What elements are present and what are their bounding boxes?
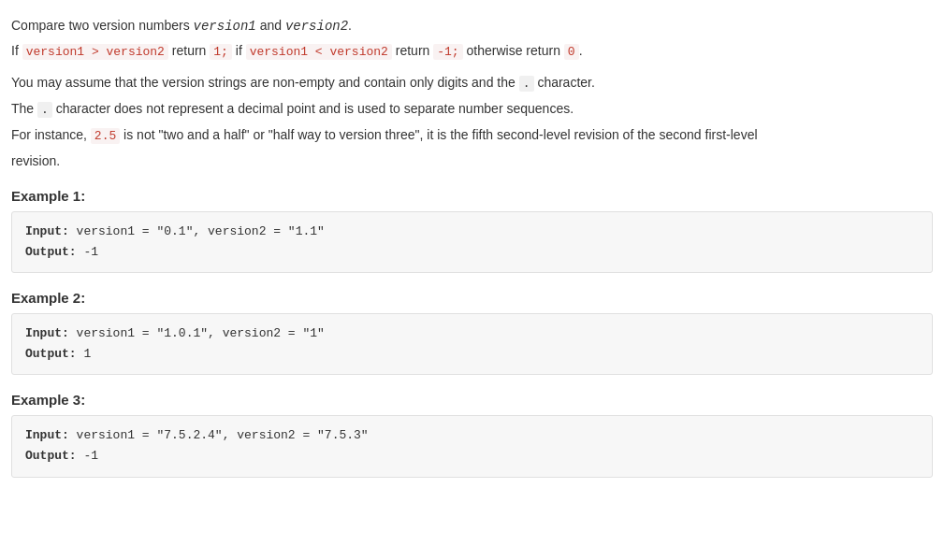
text-character: character. — [534, 75, 595, 90]
example-1-heading: Example 1: — [11, 188, 933, 204]
text-revision: revision. — [11, 153, 60, 168]
dot-code2: . — [37, 102, 52, 118]
cond2: version1 < version2 — [246, 44, 392, 60]
example-2-input-value: version1 = "1.0.1", version2 = "1" — [77, 326, 325, 340]
two-five: 2.5 — [91, 128, 120, 144]
text-instance: For instance, — [11, 127, 91, 142]
example-1-output-value: -1 — [83, 245, 98, 259]
val3: 0 — [564, 44, 579, 60]
example-3: Example 3:Input: version1 = "7.5.2.4", v… — [11, 392, 933, 477]
example-3-heading: Example 3: — [11, 392, 933, 408]
text-the: The — [11, 101, 37, 116]
example-1-output-line: Output: -1 — [25, 242, 919, 263]
text-period: . — [348, 18, 352, 33]
example-1-code-block: Input: version1 = "0.1", version2 = "1.1… — [11, 211, 933, 273]
val2: -1; — [433, 44, 462, 60]
text-if1: If — [11, 43, 22, 58]
description-line4: The . character does not represent a dec… — [11, 98, 933, 121]
description-line2: If version1 > version2 return 1; if vers… — [11, 40, 933, 63]
example-1-input-line: Input: version1 = "0.1", version2 = "1.1… — [25, 222, 919, 242]
description-line3: You may assume that the version strings … — [11, 72, 933, 94]
problem-description: Compare two version numbers version1 and… — [11, 15, 933, 171]
example-3-output-label: Output: — [25, 449, 83, 463]
example-3-output-value: -1 — [83, 449, 98, 463]
text-otherwise: otherwise return — [463, 43, 564, 58]
description-line5: For instance, 2.5 is not "two and a half… — [11, 124, 933, 147]
text-compare: Compare two version numbers — [11, 18, 194, 33]
dot-code: . — [519, 76, 534, 92]
example-2-input-line: Input: version1 = "1.0.1", version2 = "1… — [25, 323, 919, 344]
example-3-input-value: version1 = "7.5.2.4", version2 = "7.5.3" — [77, 428, 369, 442]
example-1: Example 1:Input: version1 = "0.1", versi… — [11, 188, 933, 273]
example-2-heading: Example 2: — [11, 290, 933, 306]
text-assume: You may assume that the version strings … — [11, 75, 519, 90]
example-3-input-line: Input: version1 = "7.5.2.4", version2 = … — [25, 425, 919, 446]
text-end: . — [579, 43, 583, 58]
example-2-output-label: Output: — [25, 347, 83, 361]
example-1-input-value: version1 = "0.1", version2 = "1.1" — [77, 224, 325, 238]
text-decimal: character does not represent a decimal p… — [52, 101, 574, 116]
text-and: and — [256, 18, 285, 33]
example-2-output-line: Output: 1 — [25, 344, 919, 365]
text-if2: if — [232, 43, 246, 58]
examples-container: Example 1:Input: version1 = "0.1", versi… — [11, 188, 933, 478]
example-1-output-label: Output: — [25, 245, 83, 259]
description-line5-cont: revision. — [11, 151, 933, 171]
version2-italic: version2 — [285, 19, 348, 34]
example-2: Example 2:Input: version1 = "1.0.1", ver… — [11, 290, 933, 375]
example-3-output-line: Output: -1 — [25, 446, 919, 467]
description-line1: Compare two version numbers version1 and… — [11, 15, 933, 36]
text-return2: return — [392, 43, 433, 58]
example-1-input-label: Input: — [25, 224, 77, 238]
text-not: is not "two and a half" or "half way to … — [120, 127, 757, 142]
example-2-output-value: 1 — [83, 347, 91, 361]
example-3-code-block: Input: version1 = "7.5.2.4", version2 = … — [11, 415, 933, 477]
version1-italic: version1 — [194, 19, 256, 34]
cond1: version1 > version2 — [22, 44, 168, 60]
example-3-input-label: Input: — [25, 428, 77, 442]
example-2-input-label: Input: — [25, 326, 77, 340]
val1: 1; — [210, 44, 232, 60]
example-2-code-block: Input: version1 = "1.0.1", version2 = "1… — [11, 313, 933, 375]
text-return1: return — [168, 43, 210, 58]
